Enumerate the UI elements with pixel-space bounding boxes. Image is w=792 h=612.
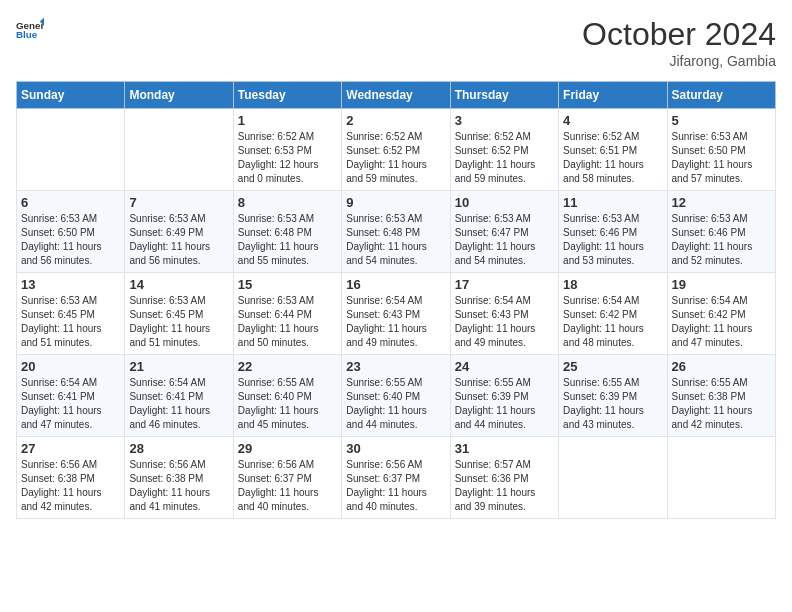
day-number: 16 [346,277,445,292]
header-day-wednesday: Wednesday [342,82,450,109]
cell-info: Sunrise: 6:54 AMSunset: 6:43 PMDaylight:… [455,295,536,348]
day-number: 31 [455,441,554,456]
logo-icon: General Blue [16,16,44,44]
week-row-3: 20Sunrise: 6:54 AMSunset: 6:41 PMDayligh… [17,355,776,437]
cell-info: Sunrise: 6:53 AMSunset: 6:46 PMDaylight:… [563,213,644,266]
logo: General Blue [16,16,44,44]
cell-info: Sunrise: 6:52 AMSunset: 6:52 PMDaylight:… [346,131,427,184]
cell-info: Sunrise: 6:56 AMSunset: 6:38 PMDaylight:… [129,459,210,512]
day-number: 9 [346,195,445,210]
calendar-cell: 28Sunrise: 6:56 AMSunset: 6:38 PMDayligh… [125,437,233,519]
calendar-cell: 2Sunrise: 6:52 AMSunset: 6:52 PMDaylight… [342,109,450,191]
day-number: 1 [238,113,337,128]
calendar-cell: 9Sunrise: 6:53 AMSunset: 6:48 PMDaylight… [342,191,450,273]
day-number: 13 [21,277,120,292]
day-number: 22 [238,359,337,374]
cell-info: Sunrise: 6:55 AMSunset: 6:39 PMDaylight:… [455,377,536,430]
header-day-tuesday: Tuesday [233,82,341,109]
calendar-cell: 29Sunrise: 6:56 AMSunset: 6:37 PMDayligh… [233,437,341,519]
calendar-cell: 13Sunrise: 6:53 AMSunset: 6:45 PMDayligh… [17,273,125,355]
cell-info: Sunrise: 6:54 AMSunset: 6:41 PMDaylight:… [129,377,210,430]
calendar-cell: 23Sunrise: 6:55 AMSunset: 6:40 PMDayligh… [342,355,450,437]
day-number: 23 [346,359,445,374]
calendar-cell: 3Sunrise: 6:52 AMSunset: 6:52 PMDaylight… [450,109,558,191]
cell-info: Sunrise: 6:52 AMSunset: 6:52 PMDaylight:… [455,131,536,184]
calendar-cell: 8Sunrise: 6:53 AMSunset: 6:48 PMDaylight… [233,191,341,273]
calendar-cell [667,437,775,519]
calendar-cell: 5Sunrise: 6:53 AMSunset: 6:50 PMDaylight… [667,109,775,191]
calendar-cell: 26Sunrise: 6:55 AMSunset: 6:38 PMDayligh… [667,355,775,437]
day-number: 17 [455,277,554,292]
cell-info: Sunrise: 6:54 AMSunset: 6:42 PMDaylight:… [563,295,644,348]
cell-info: Sunrise: 6:52 AMSunset: 6:53 PMDaylight:… [238,131,319,184]
calendar-cell: 27Sunrise: 6:56 AMSunset: 6:38 PMDayligh… [17,437,125,519]
day-number: 24 [455,359,554,374]
cell-info: Sunrise: 6:53 AMSunset: 6:44 PMDaylight:… [238,295,319,348]
cell-info: Sunrise: 6:54 AMSunset: 6:42 PMDaylight:… [672,295,753,348]
week-row-4: 27Sunrise: 6:56 AMSunset: 6:38 PMDayligh… [17,437,776,519]
day-number: 4 [563,113,662,128]
day-number: 14 [129,277,228,292]
calendar-cell [559,437,667,519]
calendar-cell: 25Sunrise: 6:55 AMSunset: 6:39 PMDayligh… [559,355,667,437]
cell-info: Sunrise: 6:55 AMSunset: 6:38 PMDaylight:… [672,377,753,430]
calendar-cell: 30Sunrise: 6:56 AMSunset: 6:37 PMDayligh… [342,437,450,519]
day-number: 5 [672,113,771,128]
header-day-thursday: Thursday [450,82,558,109]
day-number: 28 [129,441,228,456]
calendar-header: SundayMondayTuesdayWednesdayThursdayFrid… [17,82,776,109]
calendar-cell: 4Sunrise: 6:52 AMSunset: 6:51 PMDaylight… [559,109,667,191]
week-row-2: 13Sunrise: 6:53 AMSunset: 6:45 PMDayligh… [17,273,776,355]
calendar-cell: 12Sunrise: 6:53 AMSunset: 6:46 PMDayligh… [667,191,775,273]
cell-info: Sunrise: 6:55 AMSunset: 6:39 PMDaylight:… [563,377,644,430]
day-number: 21 [129,359,228,374]
calendar-table: SundayMondayTuesdayWednesdayThursdayFrid… [16,81,776,519]
day-number: 29 [238,441,337,456]
header-day-friday: Friday [559,82,667,109]
cell-info: Sunrise: 6:56 AMSunset: 6:37 PMDaylight:… [238,459,319,512]
cell-info: Sunrise: 6:53 AMSunset: 6:46 PMDaylight:… [672,213,753,266]
day-number: 15 [238,277,337,292]
day-number: 2 [346,113,445,128]
cell-info: Sunrise: 6:53 AMSunset: 6:47 PMDaylight:… [455,213,536,266]
page-header: General Blue October 2024 Jifarong, Gamb… [16,16,776,69]
header-day-monday: Monday [125,82,233,109]
calendar-cell [125,109,233,191]
cell-info: Sunrise: 6:53 AMSunset: 6:48 PMDaylight:… [238,213,319,266]
week-row-1: 6Sunrise: 6:53 AMSunset: 6:50 PMDaylight… [17,191,776,273]
calendar-cell [17,109,125,191]
day-number: 3 [455,113,554,128]
cell-info: Sunrise: 6:55 AMSunset: 6:40 PMDaylight:… [238,377,319,430]
calendar-cell: 16Sunrise: 6:54 AMSunset: 6:43 PMDayligh… [342,273,450,355]
day-number: 25 [563,359,662,374]
day-number: 10 [455,195,554,210]
day-number: 8 [238,195,337,210]
calendar-cell: 11Sunrise: 6:53 AMSunset: 6:46 PMDayligh… [559,191,667,273]
calendar-cell: 14Sunrise: 6:53 AMSunset: 6:45 PMDayligh… [125,273,233,355]
calendar-cell: 1Sunrise: 6:52 AMSunset: 6:53 PMDaylight… [233,109,341,191]
cell-info: Sunrise: 6:54 AMSunset: 6:43 PMDaylight:… [346,295,427,348]
calendar-cell: 19Sunrise: 6:54 AMSunset: 6:42 PMDayligh… [667,273,775,355]
day-number: 6 [21,195,120,210]
calendar-cell: 21Sunrise: 6:54 AMSunset: 6:41 PMDayligh… [125,355,233,437]
day-number: 11 [563,195,662,210]
cell-info: Sunrise: 6:53 AMSunset: 6:45 PMDaylight:… [129,295,210,348]
cell-info: Sunrise: 6:53 AMSunset: 6:50 PMDaylight:… [672,131,753,184]
cell-info: Sunrise: 6:52 AMSunset: 6:51 PMDaylight:… [563,131,644,184]
calendar-cell: 7Sunrise: 6:53 AMSunset: 6:49 PMDaylight… [125,191,233,273]
calendar-cell: 22Sunrise: 6:55 AMSunset: 6:40 PMDayligh… [233,355,341,437]
cell-info: Sunrise: 6:56 AMSunset: 6:37 PMDaylight:… [346,459,427,512]
day-number: 18 [563,277,662,292]
calendar-cell: 10Sunrise: 6:53 AMSunset: 6:47 PMDayligh… [450,191,558,273]
calendar-cell: 31Sunrise: 6:57 AMSunset: 6:36 PMDayligh… [450,437,558,519]
cell-info: Sunrise: 6:54 AMSunset: 6:41 PMDaylight:… [21,377,102,430]
day-number: 7 [129,195,228,210]
header-day-sunday: Sunday [17,82,125,109]
day-number: 12 [672,195,771,210]
day-number: 30 [346,441,445,456]
location-subtitle: Jifarong, Gambia [582,53,776,69]
calendar-cell: 15Sunrise: 6:53 AMSunset: 6:44 PMDayligh… [233,273,341,355]
month-title: October 2024 [582,16,776,53]
header-day-saturday: Saturday [667,82,775,109]
calendar-cell: 24Sunrise: 6:55 AMSunset: 6:39 PMDayligh… [450,355,558,437]
